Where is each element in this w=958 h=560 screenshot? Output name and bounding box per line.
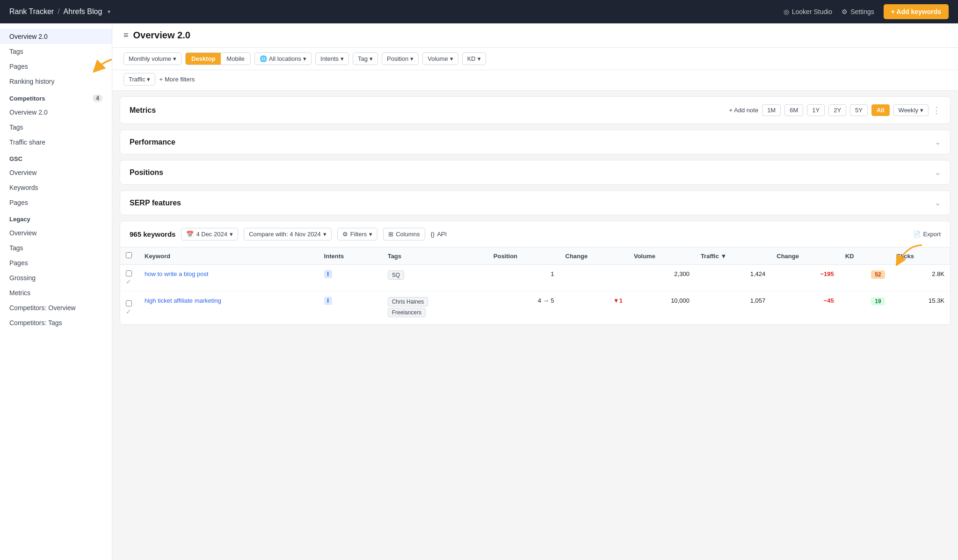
positions-chevron-icon: ⌄ [935,168,941,177]
positions-section: Positions ⌄ [120,160,951,185]
sidebar-item-legacy-pages[interactable]: Pages [0,255,112,270]
chevron-down-date-icon: ▾ [230,231,233,238]
sidebar-item-tags[interactable]: Tags [0,44,112,59]
performance-header[interactable]: Performance ⌄ [120,130,950,154]
settings-button[interactable]: ⚙ Settings [842,8,874,15]
sidebar-item-gsc-pages[interactable]: Pages [0,195,112,210]
sidebar-item-pages[interactable]: Pages [0,59,112,74]
position-header[interactable]: Position [488,247,560,265]
kd-header[interactable]: KD [840,247,891,265]
hamburger-icon[interactable]: ≡ [123,30,129,40]
verified-check-icon: ✓ [126,308,131,315]
top-nav-actions: ◎ Looker Studio ⚙ Settings + Add keyword… [784,4,949,19]
chevron-down-icon: ▾ [303,55,306,62]
looker-studio-button[interactable]: ◎ Looker Studio [784,8,832,15]
mobile-button[interactable]: Mobile [221,53,250,65]
breadcrumb-part2[interactable]: Ahrefs Blog [64,7,102,16]
sidebar-item-gsc-keywords[interactable]: Keywords [0,180,112,195]
volume-filter[interactable]: Volume ▾ [422,52,458,65]
select-all-checkbox[interactable] [126,252,132,258]
filters-button[interactable]: ⚙ Filters ▾ [337,228,377,240]
sidebar-item-traffic-share[interactable]: Traffic share [0,135,112,150]
sidebar-item-legacy-overview[interactable]: Overview [0,225,112,240]
position-change-cell: ▼1 [560,291,628,325]
more-filters-button[interactable]: + More filters [159,76,195,83]
sidebar-item-competitors-tags[interactable]: Tags [0,120,112,135]
tag-badge[interactable]: SQ [388,270,404,280]
kd-cell: 19 [840,291,891,325]
positions-header[interactable]: Positions ⌄ [120,160,950,184]
intent-cell: I [319,291,382,325]
traffic-filter[interactable]: Traffic ▾ [123,73,155,86]
chevron-down-icon2: ▾ [341,55,344,62]
add-keywords-button[interactable]: + Add keywords [884,4,949,19]
kd-filter[interactable]: KD ▾ [462,52,486,65]
api-button[interactable]: {} API [431,231,447,238]
breadcrumb-separator: / [58,7,59,16]
tag-filter[interactable]: Tag ▾ [353,52,378,65]
select-all-header[interactable] [120,247,139,265]
row-checkbox-cell: ✓ [120,265,139,291]
time-all-button[interactable]: All [871,104,890,116]
tag-badge[interactable]: Freelancers [388,308,426,317]
traffic-change-header[interactable]: Change [771,247,839,265]
all-locations-filter[interactable]: 🌐 All locations ▾ [254,52,312,65]
tag-badge[interactable]: Chris Haines [388,297,428,306]
intents-header[interactable]: Intents [319,247,382,265]
row-checkbox[interactable] [126,270,132,276]
serp-features-chevron-icon: ⌄ [935,198,941,207]
desktop-button[interactable]: Desktop [186,53,221,65]
keywords-count: 965 keywords [130,230,175,238]
keyword-link[interactable]: high ticket affiliate marketing [145,297,221,304]
clicks-cell: 2.8K [891,265,950,291]
sidebar-item-competitors-overview[interactable]: Overview 2.0 [0,105,112,120]
change-header[interactable]: Change [560,247,628,265]
add-note-button[interactable]: + Add note [729,107,759,114]
position-filter[interactable]: Position ▾ [382,52,419,65]
time-5y-button[interactable]: 5Y [850,104,868,116]
sidebar-item-overview-2[interactable]: Overview 2.0 [0,29,112,44]
position-cell: 4 → 5 [488,291,560,325]
breadcrumb-dropdown-icon[interactable]: ▾ [108,8,110,15]
serp-features-title: SERP features [130,199,181,207]
keyword-header[interactable]: Keyword [139,247,319,265]
columns-button[interactable]: ⊞ Columns [383,228,425,240]
chevron-down-icon4: ▾ [410,55,414,62]
metrics-section-header[interactable]: Metrics + Add note 1M 6M 1Y 2Y 5Y All We… [120,97,950,124]
volume-header[interactable]: Volume [628,247,695,265]
time-1y-button[interactable]: 1Y [807,104,825,116]
clicks-header[interactable]: Clicks [891,247,950,265]
filter-bar: Monthly volume ▾ Desktop Mobile 🌐 All lo… [112,48,958,70]
monthly-volume-filter[interactable]: Monthly volume ▾ [123,52,181,65]
sidebar-item-gsc-overview[interactable]: Overview [0,165,112,180]
sidebar-item-legacy-competitors-tags[interactable]: Competitors: Tags [0,315,112,330]
sidebar-item-legacy-metrics[interactable]: Metrics [0,285,112,300]
export-icon: 📄 [913,231,921,238]
serp-features-header[interactable]: SERP features ⌄ [120,191,950,215]
intents-filter[interactable]: Intents ▾ [315,52,349,65]
export-button[interactable]: 📄 Export [913,231,941,238]
traffic-change-cell: −195 [771,265,839,291]
date-picker-button[interactable]: 📅 4 Dec 2024 ▾ [181,228,238,240]
time-1m-button[interactable]: 1M [762,104,781,116]
metrics-more-button[interactable]: ⋮ [932,105,941,116]
sidebar-item-legacy-grossing[interactable]: Grossing [0,270,112,285]
breadcrumb: Rank Tracker / Ahrefs Blog ▾ [9,7,110,16]
top-navigation: Rank Tracker / Ahrefs Blog ▾ ◎ Looker St… [0,0,958,23]
row-checkbox[interactable] [126,300,132,306]
compare-with-button[interactable]: Compare with: 4 Nov 2024 ▾ [244,228,332,240]
time-2y-button[interactable]: 2Y [828,104,846,116]
tags-header[interactable]: Tags [382,247,488,265]
metrics-title: Metrics [130,106,156,115]
intent-badge: I [324,297,332,305]
weekly-button[interactable]: Weekly ▾ [893,104,929,116]
keyword-link[interactable]: how to write a blog post [145,270,209,277]
volume-cell: 10,000 [628,291,695,325]
sidebar-item-ranking-history[interactable]: Ranking history [0,74,112,89]
sidebar-item-legacy-tags[interactable]: Tags [0,240,112,255]
traffic-header[interactable]: Traffic ▼ [695,247,771,265]
sidebar-item-legacy-competitors-overview[interactable]: Competitors: Overview [0,300,112,315]
filter-icon: ⚙ [342,231,348,238]
keyword-cell: how to write a blog post [139,265,319,291]
time-6m-button[interactable]: 6M [784,104,803,116]
